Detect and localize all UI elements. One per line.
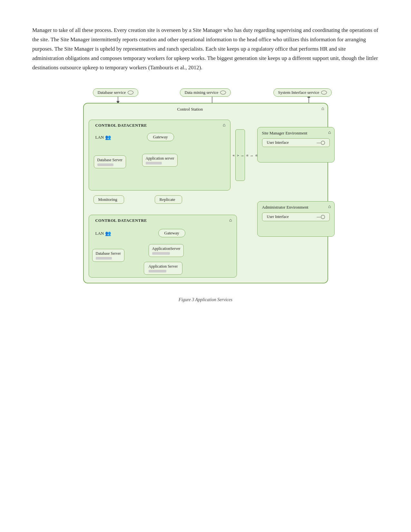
- body-paragraph: Manager to take of all these process. Ev…: [32, 26, 379, 72]
- admin-ui-node: User Interface ―◯: [262, 212, 330, 221]
- app-server3-box: Application Server: [144, 262, 183, 275]
- gateway1-node: Gateway: [147, 133, 174, 141]
- lan2-people-icon: 👥: [105, 231, 111, 236]
- gateway1-label: Gateway: [153, 134, 168, 139]
- app-server2-label: ApplicationServer: [152, 246, 181, 251]
- lan2-label: LAN: [95, 231, 104, 236]
- figure-caption: Figure 3 Application Services: [32, 297, 379, 302]
- replicate-label: Replicate: [160, 197, 175, 202]
- admin-home-icon: ⌂: [328, 204, 331, 209]
- site-manager-env-label: Site Manager Environment: [262, 131, 330, 136]
- site-manager-ui-node: User Interface ―◯: [262, 138, 330, 147]
- system-interface-label: System Interface service: [278, 90, 319, 95]
- lan1-node: LAN 👥: [95, 134, 112, 140]
- system-interface-icon: [321, 91, 327, 94]
- app-server1-label: Application server: [146, 156, 174, 161]
- db-service-node: Database service: [93, 88, 139, 97]
- site-mgr-home-icon: ⌂: [328, 130, 331, 135]
- db-service-label: Database service: [98, 90, 126, 95]
- lan2-node: LAN 👥: [95, 231, 112, 236]
- db-server2-label: Database Server: [96, 251, 121, 256]
- data-mining-service-node: Data mining service: [180, 88, 231, 97]
- architecture-diagram: Database service Data mining service Sys…: [54, 85, 357, 291]
- dc2-label: CONTROL DATACENTRE: [95, 218, 147, 223]
- admin-env-box: ⌂ Administrator Environment User Interfa…: [257, 201, 335, 237]
- control-station-label: Control Station: [177, 107, 203, 112]
- monitoring-label: Monitoring: [98, 197, 117, 202]
- ui-label-2: User Interface: [267, 214, 289, 219]
- data-mining-icon: [220, 91, 226, 94]
- data-mining-box: Datavining: [235, 129, 245, 181]
- dc1-home-icon: ⌂: [223, 123, 225, 128]
- dc1-label: CONTROL DATACENTRE: [95, 123, 147, 128]
- ui-icon-1: ―◯: [317, 140, 325, 145]
- dc2-home-icon: ⌂: [229, 218, 232, 223]
- lan1-label: LAN: [95, 135, 104, 140]
- gateway2-label: Gateway: [164, 231, 179, 235]
- app-server2-box: ApplicationServer: [149, 244, 184, 257]
- monitoring-node: Monitoring: [93, 195, 124, 204]
- control-datacentre-1: CONTROL DATACENTRE ⌂ LAN 👥 Gateway Datab…: [89, 120, 230, 191]
- replicate-node: Replicate: [155, 195, 182, 204]
- ui-label-1: User Interface: [267, 140, 289, 145]
- lan1-people-icon: 👥: [105, 134, 111, 140]
- db-server2-box: Database Server: [92, 249, 124, 262]
- diagram-wrapper: Database service Data mining service Sys…: [32, 85, 379, 291]
- db-server1-label: Database Server: [97, 158, 122, 162]
- site-manager-env-box: ⌂ Site Manager Environment User Interfac…: [257, 127, 335, 163]
- db-service-icon: [128, 91, 133, 94]
- system-interface-service-node: System Interface service: [273, 88, 332, 97]
- data-mining-service-label: Data mining service: [185, 90, 219, 95]
- ui-icon-2: ―◯: [317, 214, 325, 219]
- app-server1-box: Application server: [142, 154, 178, 167]
- db-server1-box: Database Server: [94, 155, 126, 168]
- admin-env-label: Administrator Environment: [262, 205, 330, 210]
- gateway2-node: Gateway: [158, 229, 185, 237]
- control-datacentre-2: CONTROL DATACENTRE ⌂ LAN 👥 Gateway Datab…: [89, 215, 237, 278]
- app-server3-label: Application Server: [149, 264, 178, 269]
- outer-home-icon: ⌂: [321, 106, 324, 111]
